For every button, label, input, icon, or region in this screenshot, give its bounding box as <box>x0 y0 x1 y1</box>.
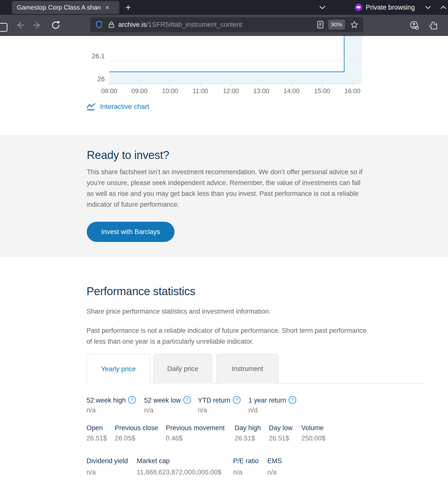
stat-label: Previous movement <box>166 424 225 432</box>
bookmark-star-icon[interactable] <box>350 21 358 29</box>
stat-item: Day high26.51$ <box>235 424 261 442</box>
reader-view-icon[interactable] <box>317 21 324 29</box>
account-icon[interactable] <box>410 21 419 31</box>
stat-label: Previous close <box>115 424 158 432</box>
y-gridline <box>109 60 362 61</box>
performance-heading: Performance statistics <box>86 285 195 298</box>
invest-disclaimer-text: This share factsheet isn’t an investment… <box>87 167 366 210</box>
tab-instrument[interactable]: Instrument <box>217 354 278 384</box>
stat-label: Day low <box>269 424 293 432</box>
stat-item: Open26.51$ <box>86 424 107 442</box>
stat-label: 52 week low? <box>144 397 191 404</box>
stat-label: Open <box>86 424 107 432</box>
back-icon[interactable] <box>15 20 25 30</box>
tab-daily-price[interactable]: Daily price <box>154 354 212 384</box>
chevron-down-icon[interactable] <box>425 5 431 9</box>
stat-value: 0.46$ <box>166 435 225 442</box>
reload-icon[interactable] <box>51 20 61 30</box>
y-axis-label: 26 <box>87 75 105 83</box>
url-path: /1SFR5#tab_instrument_content <box>146 21 242 28</box>
help-icon[interactable]: ? <box>183 396 191 404</box>
stat-value: 26.51$ <box>235 435 261 442</box>
forward-icon[interactable] <box>33 20 42 30</box>
tab-separator <box>103 4 103 11</box>
tab-title: Gamestop Corp Class A share <box>17 4 101 11</box>
x-axis-tick <box>170 83 171 86</box>
x-axis <box>109 83 362 84</box>
lock-icon[interactable] <box>108 21 114 28</box>
extensions-puzzle-icon[interactable] <box>429 21 438 30</box>
x-axis-tick <box>109 83 110 86</box>
stat-label: Day high <box>235 424 261 432</box>
x-axis-tick <box>200 83 201 86</box>
stat-label: Dividend yield <box>86 457 128 465</box>
performance-intro: Share price performance statistics and i… <box>86 306 382 317</box>
list-all-tabs-chevron-icon[interactable] <box>317 3 327 12</box>
y-axis-label: 26.1 <box>87 52 105 60</box>
x-axis-label: 08:00 <box>97 87 121 95</box>
invest-with-barclays-button[interactable]: Invest with Barclays <box>87 222 174 242</box>
stat-value: n/a <box>233 469 259 476</box>
interactive-chart-link[interactable]: Interactive chart <box>86 102 149 111</box>
stat-value: n/a <box>198 406 241 414</box>
sidebar-icon[interactable] <box>0 23 7 32</box>
stat-value: 26.51$ <box>86 435 107 442</box>
zoom-level-badge[interactable]: 90% <box>328 20 345 30</box>
stat-value: n/a <box>267 469 282 476</box>
browser-window: Gamestop Corp Class A share × + Private … <box>0 0 448 489</box>
stat-item: Day low26.51$ <box>269 424 293 442</box>
x-axis-tick <box>231 83 231 86</box>
stat-item: Previous close26.05$ <box>115 424 158 442</box>
stat-item: 52 week low?n/a <box>144 397 191 414</box>
y-gridline <box>109 37 362 38</box>
url-bar[interactable]: archive.is/1SFR5#tab_instrument_content … <box>90 17 363 32</box>
x-axis-label: 13:00 <box>249 87 274 95</box>
x-axis-label: 12:00 <box>219 87 243 95</box>
tab-yearly-price[interactable]: Yearly price <box>86 354 150 384</box>
chevron-up-icon[interactable] <box>440 5 447 9</box>
tracking-shield-icon[interactable] <box>96 21 103 29</box>
stat-item: Volume250.00$ <box>301 424 326 442</box>
x-axis-label: 16:00 <box>340 87 365 95</box>
stat-label: Volume <box>301 424 326 432</box>
line-chart-icon <box>86 102 96 111</box>
invest-heading: Ready to invest? <box>87 148 169 162</box>
stat-label: EMS <box>267 457 282 465</box>
x-axis-label: 15:00 <box>310 87 334 95</box>
stat-item: Previous movement0.46$ <box>166 424 225 442</box>
browser-tab[interactable]: Gamestop Corp Class A share × <box>12 1 119 14</box>
stat-value: 250.00$ <box>301 435 326 442</box>
stat-item: 1 year return?n/d <box>248 397 296 414</box>
stat-label: YTD return? <box>198 397 241 404</box>
performance-warning: Past performance is not a reliable indic… <box>86 325 370 347</box>
x-axis-tick <box>139 83 140 86</box>
url-host: archive.is <box>118 21 146 28</box>
help-icon[interactable]: ? <box>289 396 296 404</box>
tab-close-icon[interactable]: × <box>105 4 109 11</box>
stat-value: n/a <box>144 406 191 414</box>
x-axis-tick <box>322 83 323 86</box>
stat-value: 26.51$ <box>269 435 293 442</box>
private-mask-icon <box>355 4 362 11</box>
x-axis-tick <box>261 83 262 86</box>
stat-value: n/a <box>86 406 136 414</box>
ready-to-invest-section: Ready to invest? This share factsheet is… <box>0 135 448 257</box>
tab-strip: Gamestop Corp Class A share × + Private … <box>0 0 448 15</box>
x-axis-label: 10:00 <box>158 87 182 95</box>
help-icon[interactable]: ? <box>128 396 136 404</box>
stat-value: 11,868,623,872,000,000.00$ <box>137 469 221 476</box>
stat-value: 26.05$ <box>115 435 158 442</box>
x-axis-tick <box>352 83 353 86</box>
stat-label: 1 year return? <box>248 397 296 404</box>
url-text: archive.is/1SFR5#tab_instrument_content <box>118 21 242 29</box>
new-tab-button[interactable]: + <box>123 2 134 13</box>
stat-value: n/d <box>248 406 296 414</box>
stat-item: YTD return?n/a <box>198 397 241 414</box>
stat-item: Market cap11,868,623,872,000,000.00$ <box>137 457 221 476</box>
share-price-chart: 2626.126.208:0009:0010:0011:0012:0013:00… <box>0 36 448 96</box>
stat-item: EMSn/a <box>267 457 282 476</box>
private-browsing-label: Private browsing <box>366 4 415 11</box>
private-browsing-indicator: Private browsing <box>355 0 447 15</box>
help-icon[interactable]: ? <box>233 396 241 404</box>
x-axis-label: 09:00 <box>127 87 152 95</box>
